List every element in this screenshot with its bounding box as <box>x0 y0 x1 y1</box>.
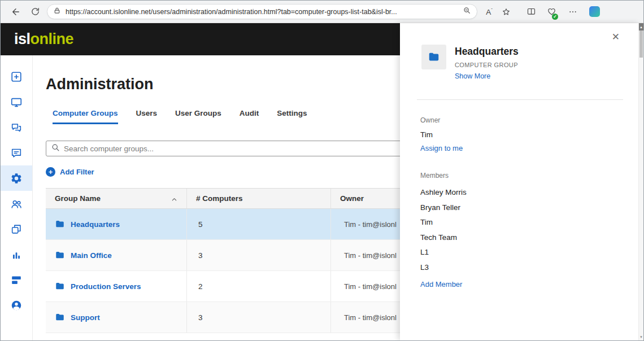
sidebar-item-modules[interactable] <box>1 267 32 292</box>
favorites-star-icon[interactable] <box>498 3 515 21</box>
sidebar-item-add[interactable] <box>1 64 32 89</box>
sort-asc-icon[interactable] <box>171 196 177 204</box>
copilot-sidebar-icon[interactable] <box>586 3 603 21</box>
scrollbar-thumb[interactable] <box>639 30 643 58</box>
members-label: Members <box>420 172 617 180</box>
chats-icon <box>10 121 23 134</box>
table-header: Group Name # Computers Owner <box>46 188 438 209</box>
computer-groups-table: Group Name # Computers Owner Headquarter… <box>46 188 438 333</box>
browser-essentials-icon[interactable]: ✓ <box>543 3 560 21</box>
scroll-down-arrow[interactable]: ▼ <box>639 333 643 340</box>
group-name-link[interactable]: Support <box>71 313 100 322</box>
lock-icon[interactable] <box>53 7 61 17</box>
table-row[interactable]: Production Servers 2 Tim - tim@islonl <box>46 271 438 302</box>
folder-icon <box>55 219 65 229</box>
reports-icon <box>10 248 23 261</box>
sessions-icon <box>10 223 23 235</box>
member-item: L3 <box>420 260 617 276</box>
panel-title: Headquarters <box>455 46 519 58</box>
sidebar-item-account[interactable] <box>1 292 32 318</box>
members-list: Ashley Morris Bryan Teller Tim Tech Team… <box>420 185 617 275</box>
assign-to-me-link[interactable]: Assign to me <box>420 144 617 152</box>
more-menu-icon[interactable] <box>564 3 581 21</box>
sidebar-item-computers[interactable] <box>1 89 32 115</box>
search-input[interactable] <box>64 145 433 153</box>
zoom-icon[interactable] <box>463 6 471 17</box>
add-member-link[interactable]: Add Member <box>420 280 617 288</box>
users-icon <box>10 198 23 210</box>
computers-count: 3 <box>187 302 331 333</box>
app-sidebar <box>1 55 33 340</box>
panel-divider <box>417 99 623 100</box>
folder-icon <box>55 281 65 291</box>
group-avatar <box>421 45 446 69</box>
essentials-ok-badge: ✓ <box>552 14 558 20</box>
tab-bar: Computer Groups Users User Groups Audit … <box>53 109 307 124</box>
search-box[interactable] <box>46 141 438 156</box>
member-item: L1 <box>420 245 617 260</box>
add-filter-label: Add Filter <box>60 168 94 176</box>
read-aloud-icon[interactable]: Aˆ <box>481 3 498 21</box>
settings-gear-icon <box>10 172 23 185</box>
sidebar-item-chat[interactable] <box>1 140 32 165</box>
computers-count: 5 <box>187 209 331 239</box>
computers-icon <box>10 96 23 108</box>
group-name-link[interactable]: Main Office <box>71 251 112 260</box>
search-icon <box>51 143 60 154</box>
owner-label: Owner <box>420 116 617 124</box>
chat-icon <box>10 147 23 159</box>
logo-isl: isl <box>14 30 31 47</box>
sidebar-item-chats[interactable] <box>1 115 32 140</box>
back-icon[interactable] <box>6 3 25 21</box>
main-content: Administration Computer Groups Users Use… <box>33 55 428 340</box>
column-computers[interactable]: # Computers <box>187 189 331 208</box>
owner-name: Tim <box>420 130 617 139</box>
sidebar-item-settings[interactable] <box>1 165 32 191</box>
logo-online: online <box>31 30 74 47</box>
page-scrollbar[interactable]: ▲ ▼ <box>638 23 643 340</box>
tab-users[interactable]: Users <box>136 109 158 124</box>
account-icon <box>10 299 23 312</box>
tab-computer-groups[interactable]: Computer Groups <box>53 109 118 124</box>
address-bar[interactable]: https://account.islonline.net/users/admi… <box>47 4 477 19</box>
table-row[interactable]: Support 3 Tim - tim@islonl <box>46 302 438 333</box>
scroll-up-arrow[interactable]: ▲ <box>639 23 643 30</box>
app-header: islonline <box>1 23 400 55</box>
table-row[interactable]: Main Office 3 Tim - tim@islonl <box>46 240 438 271</box>
panel-header: Headquarters COMPUTER GROUP Show More <box>421 45 617 80</box>
browser-window: https://account.islonline.net/users/admi… <box>0 0 644 341</box>
browser-toolbar: https://account.islonline.net/users/admi… <box>1 1 643 23</box>
group-detail-panel: ✕ Headquarters COMPUTER GROUP Show More … <box>400 23 640 340</box>
member-item: Bryan Teller <box>420 200 617 216</box>
panel-type-label: COMPUTER GROUP <box>455 62 519 68</box>
tab-settings[interactable]: Settings <box>277 109 307 124</box>
tab-user-groups[interactable]: User Groups <box>175 109 221 124</box>
url-text[interactable]: https://account.islonline.net/users/admi… <box>66 8 458 16</box>
group-name-link[interactable]: Headquarters <box>71 220 120 229</box>
tab-audit[interactable]: Audit <box>240 109 259 124</box>
modules-icon <box>10 274 23 286</box>
folder-icon <box>55 250 65 260</box>
sidebar-item-users[interactable] <box>1 191 32 216</box>
folder-icon <box>55 312 65 322</box>
add-filter-button[interactable]: + Add Filter <box>46 167 94 177</box>
islonline-logo[interactable]: islonline <box>14 30 73 48</box>
plus-circle-icon: + <box>46 167 55 177</box>
member-item: Tim <box>420 215 617 230</box>
group-name-link[interactable]: Production Servers <box>71 282 141 291</box>
table-row[interactable]: Headquarters 5 Tim - tim@islonl <box>46 209 438 240</box>
refresh-icon[interactable] <box>25 3 45 21</box>
add-icon <box>10 71 23 83</box>
show-more-link[interactable]: Show More <box>455 72 519 80</box>
computers-count: 2 <box>187 271 331 301</box>
sidebar-item-reports[interactable] <box>1 242 32 267</box>
computers-count: 3 <box>187 240 331 270</box>
folder-icon <box>428 51 440 63</box>
sidebar-item-sessions[interactable] <box>1 216 32 242</box>
split-screen-icon[interactable] <box>523 3 539 21</box>
close-icon[interactable]: ✕ <box>612 31 620 43</box>
column-group-name[interactable]: Group Name <box>46 189 187 208</box>
member-item: Ashley Morris <box>420 185 617 200</box>
page-title: Administration <box>46 76 154 93</box>
toolbar-actions: Aˆ ✓ <box>481 3 603 21</box>
